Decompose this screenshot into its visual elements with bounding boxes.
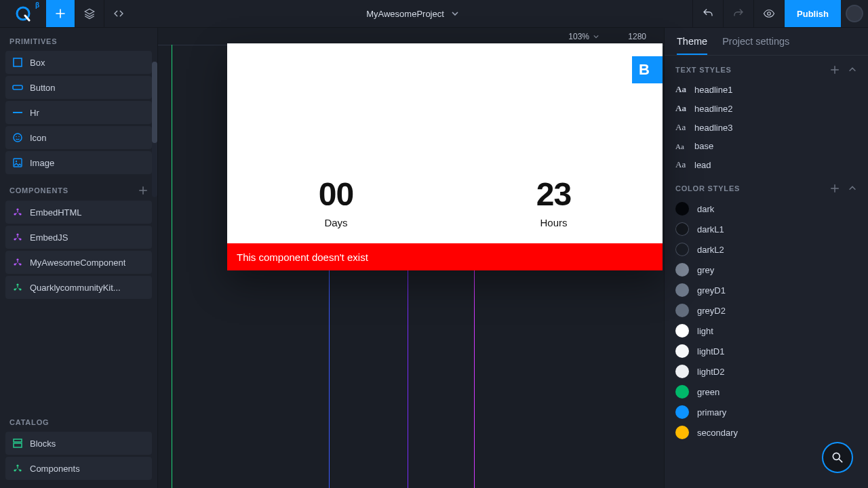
preview-button[interactable] <box>753 0 784 27</box>
color-style-item[interactable]: darkL1 <box>665 219 868 239</box>
right-tabs: Theme Project settings <box>665 28 868 56</box>
catalog-blocks[interactable]: Blocks <box>5 432 152 455</box>
primitives-list: Box Button Hr Icon Image <box>0 51 157 174</box>
chevron-up-icon[interactable] <box>848 184 857 193</box>
plus-icon[interactable] <box>830 184 840 193</box>
text-style-item[interactable]: Aalead <box>665 155 868 174</box>
project-selector[interactable]: MyAwesomeProject <box>133 0 692 27</box>
caret-down-icon <box>593 34 599 39</box>
color-swatch <box>675 263 689 277</box>
component-embedhtml[interactable]: EmbedHTML <box>5 201 152 224</box>
catalog-section-title: CATALOG <box>0 409 157 432</box>
color-label: greyD1 <box>697 285 726 296</box>
color-style-item[interactable]: darkL2 <box>665 239 868 260</box>
color-style-item[interactable]: greyD1 <box>665 280 868 300</box>
zoom-indicator[interactable]: 103% <box>568 32 599 41</box>
undo-button[interactable] <box>692 0 723 27</box>
eye-icon <box>763 7 775 20</box>
text-style-item[interactable]: Aaheadline3 <box>665 118 868 137</box>
search-icon <box>831 451 844 464</box>
svg-rect-3 <box>13 85 22 89</box>
color-label: light <box>697 326 713 336</box>
tab-theme[interactable]: Theme <box>677 36 707 55</box>
primitive-box[interactable]: Box <box>5 51 152 74</box>
svg-rect-8 <box>14 159 22 167</box>
layers-button[interactable] <box>75 0 104 27</box>
top-bar: β MyAwesomeProject Publish <box>0 0 868 28</box>
primitive-icon[interactable]: Icon <box>5 126 152 149</box>
add-button[interactable] <box>46 0 75 27</box>
color-swatch <box>675 283 689 297</box>
color-style-item[interactable]: green <box>665 382 868 402</box>
color-swatch <box>675 344 689 358</box>
help-button[interactable] <box>822 442 853 473</box>
beta-badge: β <box>35 1 39 9</box>
aa-icon: Aa <box>675 142 686 150</box>
svg-point-13 <box>16 233 18 235</box>
chevron-up-icon[interactable] <box>848 65 857 75</box>
plus-icon[interactable] <box>830 65 840 75</box>
color-label: dark <box>697 204 714 214</box>
primitives-section-title: PRIMITIVES <box>0 28 157 51</box>
avatar-circle-icon <box>846 5 863 22</box>
color-swatch <box>675 365 689 378</box>
smiley-icon <box>12 132 23 143</box>
color-style-item[interactable]: light <box>665 321 868 341</box>
catalog-components[interactable]: Components <box>5 457 152 480</box>
undo-icon <box>702 7 714 20</box>
components-list: EmbedHTML EmbedJS MyAwesomeComponent Qua… <box>0 201 157 299</box>
color-style-item[interactable]: lightD1 <box>665 341 868 361</box>
tab-project-settings[interactable]: Project settings <box>722 36 789 55</box>
user-avatar[interactable] <box>841 0 868 27</box>
canvas-area[interactable]: 103% 1280 B 00 Days 23 Hours This compon… <box>158 28 664 488</box>
publish-button[interactable]: Publish <box>784 0 841 27</box>
component-community-kit[interactable]: QuarklycommunityKit... <box>5 276 152 299</box>
app-logo[interactable]: β <box>0 0 46 27</box>
svg-point-16 <box>16 258 18 260</box>
aa-icon: Aa <box>675 103 686 114</box>
text-style-item[interactable]: Aaheadline1 <box>665 80 868 99</box>
chevron-down-icon <box>451 9 459 18</box>
plus-icon[interactable] <box>138 186 148 195</box>
text-styles-header: TEXT STYLES <box>665 56 868 80</box>
canvas-button[interactable]: B <box>632 56 663 83</box>
top-bar-right: Publish <box>692 0 868 27</box>
svg-point-9 <box>16 161 17 162</box>
scrollbar-thumb[interactable] <box>152 62 157 143</box>
guide-line[interactable] <box>172 45 172 488</box>
primitive-image[interactable]: Image <box>5 151 152 174</box>
hr-icon <box>12 107 23 118</box>
color-swatch <box>675 405 689 419</box>
svg-point-5 <box>14 134 22 142</box>
color-style-item[interactable]: dark <box>665 199 868 219</box>
redo-button[interactable] <box>723 0 753 27</box>
color-swatch <box>675 324 689 338</box>
quarkly-logo-icon <box>15 5 31 22</box>
color-style-item[interactable]: secondary <box>665 422 868 443</box>
left-scrollbar[interactable] <box>152 62 157 197</box>
artboard[interactable]: B 00 Days 23 Hours This component doesn'… <box>227 43 663 270</box>
text-style-item[interactable]: Aaheadline2 <box>665 99 868 118</box>
text-styles-list: Aaheadline1 Aaheadline2 Aaheadline3 Aaba… <box>665 80 868 174</box>
countdown-days: 00 Days <box>319 176 353 228</box>
project-name: MyAwesomeProject <box>366 9 444 19</box>
component-icon <box>12 207 23 218</box>
component-embedjs[interactable]: EmbedJS <box>5 226 152 249</box>
color-style-item[interactable]: greyD2 <box>665 300 868 321</box>
text-style-item[interactable]: Aabase <box>665 137 868 155</box>
color-style-item[interactable]: grey <box>665 260 868 280</box>
code-button[interactable] <box>104 0 133 27</box>
catalog-list: Blocks Components <box>0 432 157 488</box>
primitive-hr[interactable]: Hr <box>5 101 152 124</box>
color-swatch <box>675 426 689 439</box>
components-section-title: COMPONENTS <box>0 176 157 201</box>
color-style-item[interactable]: primary <box>665 402 868 422</box>
component-my-awesome[interactable]: MyAwesomeComponent <box>5 251 152 274</box>
aa-icon: Aa <box>675 84 686 95</box>
primitive-button[interactable]: Button <box>5 76 152 99</box>
color-style-item[interactable]: lightD2 <box>665 361 868 382</box>
box-icon <box>12 57 23 68</box>
color-swatch <box>675 222 689 236</box>
color-styles-header: COLOR STYLES <box>665 174 868 199</box>
canvas-width-label: 1280 <box>628 32 646 41</box>
